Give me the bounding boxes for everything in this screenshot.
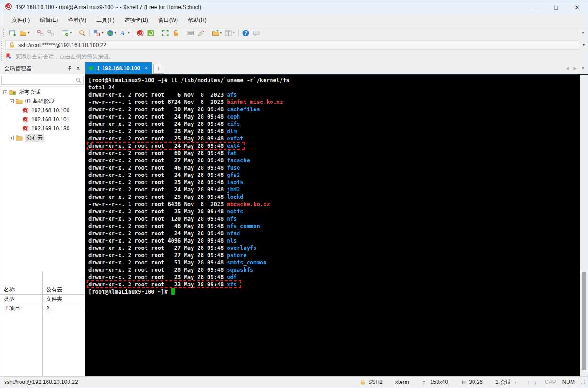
- maximize-button[interactable]: □: [546, 0, 567, 14]
- new-tab-button[interactable]: +: [153, 64, 164, 74]
- menu-item[interactable]: 工具(T): [91, 15, 119, 26]
- session-manager-panel: 会话管理器 ✕ -所有会话-01 基础阶段192.168.10.100192.1…: [0, 62, 85, 376]
- menu-item[interactable]: 查看(V): [63, 15, 91, 26]
- directory-name: netfs: [227, 208, 243, 215]
- property-row: 名称公有云: [0, 285, 85, 294]
- terminal-line: total 24: [88, 84, 580, 91]
- new-file-button[interactable]: ▾: [210, 27, 224, 38]
- new-session-button[interactable]: [7, 27, 18, 38]
- layout-icon: [93, 29, 101, 37]
- tab-scroll-left-icon[interactable]: ◀: [566, 66, 569, 71]
- open-sessions-button[interactable]: ▾: [18, 27, 31, 38]
- terminal-line: [root@AlmaLinux9-100 ~]#: [88, 288, 580, 295]
- scroll-down-icon[interactable]: ↓: [533, 379, 536, 386]
- tree-item-01-[interactable]: -01 基础阶段: [0, 97, 85, 106]
- lock-screen-button[interactable]: [171, 27, 181, 38]
- tile-windows-button[interactable]: ▾: [223, 27, 236, 38]
- address-dropdown-icon[interactable]: ▾: [580, 43, 588, 47]
- xftp-button[interactable]: [146, 27, 156, 38]
- toolbar-overflow-icon[interactable]: ▾: [582, 31, 584, 35]
- dropdown-arrow-icon[interactable]: ▾: [28, 31, 30, 35]
- directory-name: lockd: [227, 194, 243, 200]
- dropdown-arrow-icon[interactable]: ▾: [70, 31, 72, 35]
- disconnect-icon: [36, 29, 44, 37]
- status-cursor-position: 30,26: [454, 379, 489, 385]
- font-button[interactable]: A▾: [118, 27, 131, 38]
- dropdown-arrow-icon[interactable]: ▾: [233, 31, 235, 35]
- help-button[interactable]: ?: [240, 27, 251, 38]
- tree-item-192.168.10.130[interactable]: 192.168.10.130: [0, 124, 85, 133]
- tree-item-192.168.10.101[interactable]: 192.168.10.101: [0, 115, 85, 124]
- addressbar-gripper[interactable]: [1, 41, 4, 49]
- scroll-up-icon[interactable]: ↑: [527, 379, 530, 386]
- tree-item--[interactable]: -所有会话: [0, 88, 85, 97]
- property-key: 类型: [0, 295, 42, 303]
- virtual-keyboard-button[interactable]: [185, 27, 196, 38]
- file-name: binfmt_misc.ko.xz: [227, 99, 283, 105]
- tree-item--[interactable]: +公有云: [0, 133, 85, 142]
- collapse-icon[interactable]: -: [10, 99, 14, 103]
- minimize-button[interactable]: —: [525, 0, 546, 14]
- fullscreen-button[interactable]: [160, 27, 171, 38]
- menu-item[interactable]: 选项卡(B): [120, 15, 153, 26]
- expand-icon[interactable]: +: [10, 136, 14, 140]
- caret-position-icon: [461, 379, 467, 385]
- resize-grip[interactable]: [580, 379, 586, 385]
- toolbar-separator: [89, 29, 90, 37]
- session-properties-icon: [62, 29, 69, 37]
- address-field[interactable]: ssh://root:******@192.168.10.100:22: [5, 40, 579, 50]
- dropdown-arrow-icon[interactable]: ▾: [220, 31, 222, 35]
- directory-name: isofs: [227, 179, 243, 186]
- status-session-count[interactable]: 1 会话 ▲: [489, 378, 523, 386]
- compose-icon: [197, 29, 205, 37]
- tab-label: 192.168.10.100: [102, 65, 142, 72]
- xshell-button[interactable]: [135, 27, 146, 38]
- infobar-gripper[interactable]: [1, 52, 4, 61]
- compose-button[interactable]: [196, 27, 206, 38]
- toolbar-gripper[interactable]: [3, 29, 5, 37]
- tab-close-icon[interactable]: ✕: [144, 65, 148, 71]
- terminal[interactable]: [root@AlmaLinux9-100 ~]# ll /lib/modules…: [85, 75, 580, 376]
- property-row: 类型文件夹: [0, 294, 85, 304]
- toolbar: ▾▾▾▾A▾▾▾?▾: [0, 26, 588, 39]
- menu-item[interactable]: 编辑(E): [35, 15, 63, 26]
- xshell-icon: [136, 29, 144, 37]
- menu-item[interactable]: 帮助(H): [183, 15, 212, 26]
- menu-item[interactable]: 窗口(W): [153, 15, 183, 26]
- find-button[interactable]: [77, 27, 88, 38]
- scrollbar-thumb[interactable]: [582, 272, 586, 370]
- xftp-icon: [147, 29, 155, 37]
- pin-icon[interactable]: [66, 64, 74, 72]
- session-properties-button[interactable]: ▾: [60, 27, 73, 38]
- terminal-line: drwxr-xr-x. 2 root root 51 May 28 09:48 …: [88, 259, 580, 266]
- property-value: 2: [42, 305, 85, 312]
- toolbar-separator: [158, 29, 158, 37]
- reconnect-button[interactable]: [46, 27, 56, 38]
- xshell-window: 192.168.10.100 - root@AlmaLinux9-100:~ -…: [0, 0, 588, 388]
- close-button[interactable]: ✕: [567, 0, 588, 14]
- tab-192-168-10-100[interactable]: 1 192.168.10.100 ✕: [85, 62, 152, 74]
- collapse-icon[interactable]: -: [3, 90, 7, 94]
- feedback-button[interactable]: [251, 27, 261, 38]
- terminal-line: drwxr-xr-x. 2 root root 6 Nov 8 2023 afs: [88, 91, 580, 98]
- dropdown-arrow-icon[interactable]: ▾: [102, 31, 104, 35]
- resize-icon: [422, 379, 428, 385]
- tab-scroll-right-icon[interactable]: ▶: [573, 66, 577, 71]
- tab-list-dropdown-icon[interactable]: ▼: [581, 67, 585, 71]
- disconnect-button[interactable]: [35, 27, 46, 38]
- search-icon[interactable]: [75, 77, 82, 83]
- terminal-scrollbar[interactable]: [580, 75, 588, 376]
- panel-close-icon[interactable]: ✕: [74, 64, 82, 72]
- web-button[interactable]: ▾: [105, 27, 118, 38]
- dropdown-arrow-icon[interactable]: ▾: [115, 31, 117, 35]
- directory-name: xfs: [227, 281, 237, 288]
- layout-button[interactable]: ▾: [92, 27, 105, 38]
- tree-item-label: 192.168.10.100: [31, 107, 69, 114]
- session-search-input[interactable]: [1, 76, 84, 85]
- tree-item-192.168.10.100[interactable]: 192.168.10.100: [0, 106, 85, 115]
- menu-item[interactable]: 文件(F): [7, 15, 35, 26]
- terminal-line: drwxr-xr-x. 2 root root 46 May 28 09:48 …: [88, 164, 580, 171]
- dropdown-arrow-icon[interactable]: ▾: [128, 31, 130, 35]
- help-icon: ?: [242, 29, 250, 37]
- add-session-flag-icon[interactable]: [5, 53, 13, 60]
